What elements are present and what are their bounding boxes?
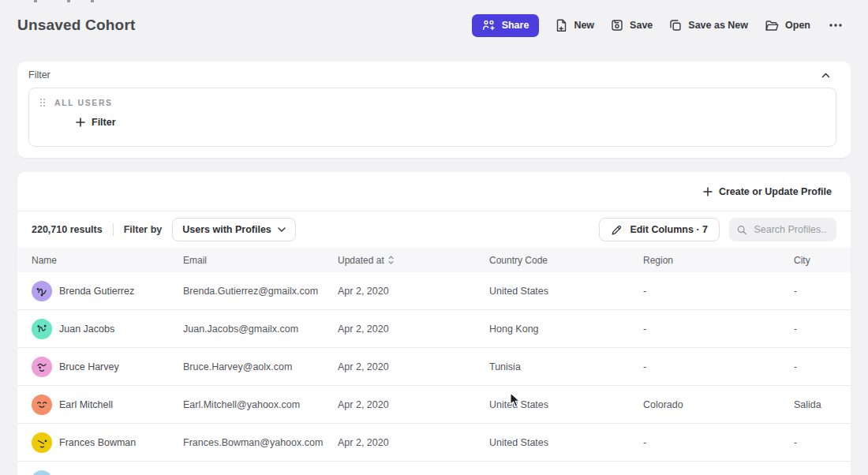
new-button[interactable]: New [556, 19, 594, 32]
create-or-update-profile-button[interactable]: Create or Update Profile [703, 186, 832, 197]
profile-email: Juan.Jacobs@gmailx.com [183, 324, 338, 335]
profile-name: Brenda Gutierrez [59, 286, 134, 297]
edit-columns-label: Edit Columns · 7 [630, 224, 708, 235]
table-row[interactable]: Brenda Gutierrez Brenda.Gutierrez@gmailx… [17, 272, 851, 310]
table-row[interactable]: Bruce Harvey Bruce.Harvey@aolx.com Apr 2… [17, 348, 851, 386]
avatar-face-doodle [34, 283, 50, 299]
profile-name-cell [32, 470, 183, 475]
profile-city: - [794, 361, 851, 372]
profile-name: Frances Bowman [59, 437, 136, 448]
profile-city: - [794, 324, 851, 335]
page-title: Unsaved Cohort [17, 17, 136, 34]
search-box [729, 218, 836, 241]
profile-updated: Apr 2, 2020 [338, 286, 489, 297]
profile-region: - [643, 286, 794, 297]
column-header-email: Email [183, 255, 338, 266]
profile-name: Earl Mitchell [59, 399, 113, 410]
avatar [32, 319, 52, 339]
table-row[interactable]: Earl Mitchell Earl.Mitchell@yahoox.com A… [17, 386, 851, 424]
profile-region: - [643, 324, 794, 335]
profile-updated: Apr 2, 2020 [338, 437, 489, 448]
avatar [32, 357, 52, 377]
profile-region: - [643, 361, 794, 372]
cohort-group-label: ALL USERS [54, 98, 113, 107]
profile-name-cell: Brenda Gutierrez [32, 281, 183, 301]
profile-city: - [794, 286, 851, 297]
filter-panel-label: Filter [28, 69, 51, 80]
drag-handle-icon[interactable] [39, 98, 46, 107]
share-button-label: Share [502, 20, 529, 31]
profile-type-dropdown-value: Users with Profiles [182, 224, 271, 235]
create-or-update-profile-label: Create or Update Profile [719, 186, 832, 197]
plus-icon [703, 187, 713, 196]
profile-updated: Apr 2, 2020 [338, 324, 489, 335]
chevron-down-icon [278, 227, 286, 232]
results-count: 220,710 results [32, 224, 103, 235]
avatar-face-doodle [34, 435, 50, 451]
profile-name-cell: Bruce Harvey [32, 357, 183, 377]
profiles-panel: Create or Update Profile 220,710 results… [17, 172, 851, 475]
page-header: Unsaved Cohort Share New [17, 11, 844, 39]
profile-city: Salida [794, 399, 851, 410]
profile-name: Bruce Harvey [59, 361, 119, 372]
avatar [32, 432, 52, 453]
pencil-icon [611, 224, 623, 236]
table-row[interactable]: Juan Jacobs Juan.Jacobs@gmailx.com Apr 2… [17, 310, 851, 348]
profile-email: Bruce.Harvey@aolx.com [183, 361, 338, 372]
open-button-label: Open [785, 20, 810, 31]
filter-by-label: Filter by [124, 224, 163, 235]
search-profiles-input[interactable] [752, 223, 829, 236]
avatar-face-doodle [34, 359, 50, 375]
column-header-region: Region [643, 255, 794, 266]
save-as-new-button-label: Save as New [688, 20, 748, 31]
clipped-text-artifact [91, 0, 94, 2]
chevron-up-icon [821, 73, 830, 78]
avatar-face-doodle [34, 397, 50, 413]
avatar-face-doodle [34, 321, 50, 337]
profile-country: United States [489, 437, 643, 448]
profile-updated: Apr 2, 2020 [338, 361, 489, 372]
profile-type-dropdown[interactable]: Users with Profiles [172, 218, 296, 241]
profile-country: Hong Kong [489, 324, 643, 335]
plus-icon [76, 118, 85, 127]
profile-email: Earl.Mitchell@yahoox.com [183, 399, 338, 410]
new-button-label: New [574, 20, 594, 31]
collapse-filter-button[interactable] [820, 71, 832, 80]
avatar [32, 470, 52, 475]
column-header-city: City [794, 255, 851, 266]
sort-icon [388, 256, 394, 264]
profile-country: Tunisia [489, 361, 643, 372]
table-row[interactable] [17, 462, 851, 475]
copy-icon [669, 19, 682, 32]
column-header-updated-at[interactable]: Updated at [338, 255, 489, 266]
more-options-button[interactable] [827, 20, 844, 31]
clipped-text-artifact [67, 0, 70, 2]
save-button[interactable]: Save [611, 19, 653, 32]
share-button[interactable]: Share [472, 14, 540, 37]
divider [113, 223, 114, 236]
profile-updated: Apr 2, 2020 [338, 399, 489, 410]
profile-name-cell: Frances Bowman [32, 432, 183, 453]
open-button[interactable]: Open [765, 20, 810, 32]
save-button-label: Save [630, 20, 653, 31]
clipped-text-artifact [34, 0, 37, 2]
table-row[interactable]: Frances Bowman Frances.Bowman@yahoox.com… [17, 424, 851, 462]
profile-email: Frances.Bowman@yahoox.com [183, 437, 338, 448]
column-header-updated-at-label: Updated at [338, 255, 384, 266]
profile-region: - [643, 437, 794, 448]
profile-name: Juan Jacobs [59, 324, 114, 335]
profile-name-cell: Juan Jacobs [32, 319, 183, 339]
save-icon [611, 19, 623, 32]
filter-group: ALL USERS Filter [28, 88, 836, 147]
profile-country: United States [489, 286, 643, 297]
add-filter-button[interactable]: Filter [76, 117, 116, 128]
edit-columns-button[interactable]: Edit Columns · 7 [599, 218, 720, 241]
avatar [32, 395, 52, 415]
profile-email: Brenda.Gutierrez@gmailx.com [183, 286, 338, 297]
profile-region: Colorado [643, 399, 794, 410]
profile-country: United States [489, 399, 643, 410]
results-toolbar: 220,710 results Filter by Users with Pro… [17, 211, 851, 248]
column-header-country: Country Code [489, 255, 643, 266]
save-as-new-button[interactable]: Save as New [669, 19, 748, 32]
profile-city: - [794, 437, 851, 448]
